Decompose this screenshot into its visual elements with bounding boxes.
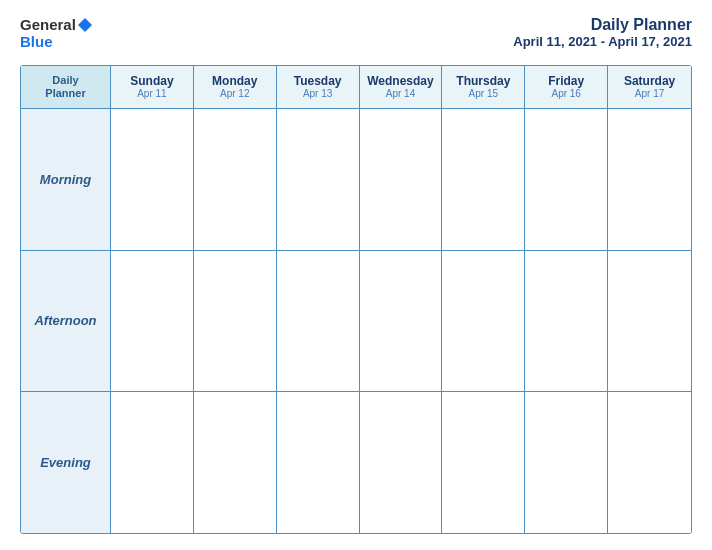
logo: General Blue [20,16,94,51]
morning-sunday[interactable] [111,109,194,250]
header-tuesday: Tuesday Apr 13 [277,66,360,109]
calendar-header: Daily Planner Sunday Apr 11 Monday Apr 1… [21,66,691,109]
evening-saturday[interactable] [608,392,691,533]
calendar-grid: Daily Planner Sunday Apr 11 Monday Apr 1… [20,65,692,535]
afternoon-monday[interactable] [194,251,277,392]
calendar-body: Morning Afternoon Evening [21,109,691,533]
morning-wednesday[interactable] [360,109,443,250]
logo-icon [76,16,94,34]
row-afternoon: Afternoon [21,251,691,393]
header-friday: Friday Apr 16 [525,66,608,109]
page-header: General Blue Daily Planner April 11, 202… [20,16,692,51]
morning-label: Morning [40,172,91,187]
morning-saturday[interactable] [608,109,691,250]
afternoon-saturday[interactable] [608,251,691,392]
morning-tuesday[interactable] [277,109,360,250]
header-monday: Monday Apr 12 [194,66,277,109]
evening-label-cell: Evening [21,392,111,533]
header-saturday: Saturday Apr 17 [608,66,691,109]
header-thursday: Thursday Apr 15 [442,66,525,109]
morning-monday[interactable] [194,109,277,250]
evening-label: Evening [40,455,91,470]
svg-marker-0 [78,18,92,32]
afternoon-label: Afternoon [34,313,96,328]
row-morning: Morning [21,109,691,251]
morning-friday[interactable] [525,109,608,250]
evening-friday[interactable] [525,392,608,533]
date-range: April 11, 2021 - April 17, 2021 [513,34,692,49]
afternoon-thursday[interactable] [442,251,525,392]
header-sunday: Sunday Apr 11 [111,66,194,109]
afternoon-wednesday[interactable] [360,251,443,392]
afternoon-sunday[interactable] [111,251,194,392]
logo-general: General [20,16,76,33]
evening-thursday[interactable] [442,392,525,533]
evening-monday[interactable] [194,392,277,533]
afternoon-label-cell: Afternoon [21,251,111,392]
evening-wednesday[interactable] [360,392,443,533]
evening-sunday[interactable] [111,392,194,533]
evening-tuesday[interactable] [277,392,360,533]
page-title: Daily Planner [513,16,692,34]
title-area: Daily Planner April 11, 2021 - April 17,… [513,16,692,49]
row-evening: Evening [21,392,691,533]
afternoon-friday[interactable] [525,251,608,392]
morning-label-cell: Morning [21,109,111,250]
logo-blue: Blue [20,34,53,51]
header-daily-planner: Daily Planner [21,66,111,109]
morning-thursday[interactable] [442,109,525,250]
afternoon-tuesday[interactable] [277,251,360,392]
header-wednesday: Wednesday Apr 14 [360,66,443,109]
